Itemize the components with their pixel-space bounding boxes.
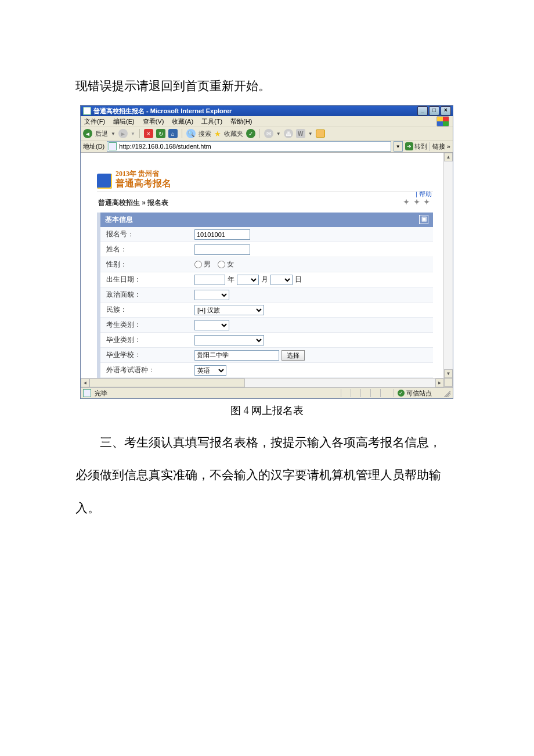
select-lang[interactable]: 英语	[194, 365, 226, 376]
ie-window: 普通高校招生报名 - Microsoft Internet Explorer _…	[80, 105, 453, 399]
select-cand-type[interactable]	[194, 320, 229, 330]
menu-help[interactable]: 帮助(H)	[230, 117, 252, 126]
favorites-label[interactable]: 收藏夹	[224, 129, 243, 138]
scroll-thumb[interactable]	[89, 379, 245, 387]
input-grad-school[interactable]	[194, 350, 279, 361]
row-grad-type: 毕业类别：	[100, 333, 433, 348]
search-label[interactable]: 搜索	[199, 129, 211, 138]
menu-fav[interactable]: 收藏(A)	[172, 117, 193, 126]
history-icon[interactable]: ✓	[246, 129, 255, 138]
forward-icon: ►	[118, 129, 128, 138]
address-dropdown-icon[interactable]: ▼	[394, 141, 403, 152]
doc-para-2: 必须做到信息真实准确，不会输入的汉字要请机算机管理人员帮助输	[75, 462, 459, 488]
minimize-button[interactable]: _	[417, 106, 428, 116]
menu-bar: 文件(F) 编辑(E) 查看(V) 收藏(A) 工具(T) 帮助(H)	[81, 116, 453, 127]
figure-caption: 图 4 网上报名表	[0, 404, 534, 417]
label-male: 男	[204, 260, 211, 269]
row-name: 姓名：	[100, 242, 433, 257]
go-label: 转到	[414, 142, 427, 151]
forward-dropdown-icon: ▼	[131, 131, 135, 136]
scroll-corner	[444, 378, 453, 387]
maximize-button[interactable]: □	[429, 106, 439, 116]
brand-title: 普通高考报名	[116, 178, 171, 190]
select-dob-month[interactable]	[237, 275, 259, 285]
section-header-basic: 基本信息 ▣	[100, 213, 433, 227]
registration-form: 基本信息 ▣ 报名号： 姓名： 性别：	[97, 213, 433, 378]
menu-file[interactable]: 文件(F)	[84, 117, 105, 126]
select-politics[interactable]	[194, 290, 229, 300]
label-grad-type: 毕业类别：	[100, 333, 191, 347]
toolbar-separator	[259, 129, 260, 138]
choose-school-button[interactable]: 选择	[282, 350, 305, 361]
row-lang: 外语考试语种： 英语	[100, 363, 433, 378]
radio-female[interactable]	[218, 261, 225, 268]
doc-text-line: 现错误提示请退回到首页重新开始。	[75, 73, 459, 99]
address-bar: 地址(D) http://192.168.0.168/student.htm ▼…	[81, 141, 453, 153]
folder-icon[interactable]	[316, 129, 325, 138]
favorites-icon[interactable]: ★	[214, 129, 221, 138]
vertical-scrollbar[interactable]: ▲ ▼	[443, 153, 453, 378]
breadcrumb-actions-icon[interactable]: ✦ ✦ ✦	[403, 198, 431, 206]
label-dob: 出生日期：	[100, 272, 191, 287]
status-done: 完毕	[95, 389, 107, 398]
horizontal-scrollbar[interactable]: ◄ ►	[81, 378, 444, 387]
back-label[interactable]: 后退	[95, 129, 108, 138]
mail-icon[interactable]: ✉	[264, 129, 273, 138]
doc-para-1: 三、考生须认真填写报名表格，按提示输入各项高考报名信息，	[75, 429, 459, 456]
scroll-down-icon[interactable]: ▼	[444, 369, 453, 378]
menu-edit[interactable]: 编辑(E)	[113, 117, 135, 126]
links-label[interactable]: 链接 »	[430, 142, 450, 151]
refresh-icon[interactable]: ↻	[156, 129, 165, 138]
address-url: http://192.168.0.168/student.htm	[119, 143, 211, 150]
row-cand-type: 考生类别：	[100, 318, 433, 333]
menu-view[interactable]: 查看(V)	[143, 117, 164, 126]
select-grad-type[interactable]	[194, 335, 264, 345]
select-nation[interactable]: [H] 汉族	[194, 305, 264, 315]
close-button[interactable]: ×	[441, 106, 451, 116]
page-icon	[83, 107, 91, 115]
windows-logo-icon	[436, 116, 449, 127]
search-icon[interactable]: 🔍	[186, 129, 196, 138]
input-reg-no[interactable]	[194, 229, 250, 240]
toolbar: ◄ 后退 ▼ ► ▼ × ↻ ⌂ 🔍 搜索 ★ 收藏夹 ✓ ✉ ▼ 🖶 W ▼	[81, 127, 453, 141]
scroll-up-icon[interactable]: ▲	[444, 153, 453, 161]
back-dropdown-icon[interactable]: ▼	[111, 131, 116, 136]
scroll-right-icon[interactable]: ►	[435, 379, 444, 387]
label-grad-school: 毕业学校：	[100, 348, 191, 362]
back-icon[interactable]: ◄	[83, 129, 92, 138]
page-icon	[109, 142, 117, 150]
row-gender: 性别： 男 女	[100, 257, 433, 272]
label-female: 女	[227, 260, 234, 269]
print-icon[interactable]: 🖶	[284, 129, 293, 138]
trusted-icon: ✓	[398, 390, 405, 397]
row-nation: 民族： [H] 汉族	[100, 303, 433, 318]
scroll-left-icon[interactable]: ◄	[81, 379, 89, 387]
toolbar-separator	[139, 129, 140, 138]
input-name[interactable]	[194, 244, 250, 255]
collapse-icon[interactable]: ▣	[419, 215, 428, 224]
site-logo-icon	[97, 174, 112, 189]
mail-dropdown-icon[interactable]: ▼	[276, 131, 281, 136]
select-dob-day[interactable]	[270, 275, 293, 285]
input-dob-year[interactable]	[194, 275, 225, 285]
trusted-label: 可信站点	[406, 389, 432, 398]
stop-icon[interactable]: ×	[144, 129, 153, 138]
unit-day: 日	[295, 275, 302, 285]
go-button[interactable]: ➔ 转到	[405, 142, 427, 151]
window-title: 普通高校招生报名 - Microsoft Internet Explorer	[93, 107, 232, 116]
row-grad-school: 毕业学校： 选择	[100, 348, 433, 363]
go-arrow-icon: ➔	[405, 142, 413, 150]
edit-icon[interactable]: W	[296, 129, 305, 138]
label-lang: 外语考试语种：	[100, 363, 191, 377]
page-body: 2013年 贵州省 普通高考报名 | 帮助 普通高校招生 » 报名表 ✦ ✦ ✦…	[81, 153, 443, 378]
address-input[interactable]: http://192.168.0.168/student.htm	[107, 141, 391, 152]
label-cand-type: 考生类别：	[100, 318, 191, 332]
radio-male[interactable]	[194, 261, 202, 268]
divider	[97, 192, 433, 192]
label-reg-no: 报名号：	[100, 227, 191, 242]
resize-grip-icon[interactable]	[442, 389, 450, 397]
edit-dropdown-icon[interactable]: ▼	[308, 131, 313, 136]
label-gender: 性别：	[100, 257, 191, 272]
menu-tools[interactable]: 工具(T)	[201, 117, 222, 126]
home-icon[interactable]: ⌂	[168, 129, 178, 138]
